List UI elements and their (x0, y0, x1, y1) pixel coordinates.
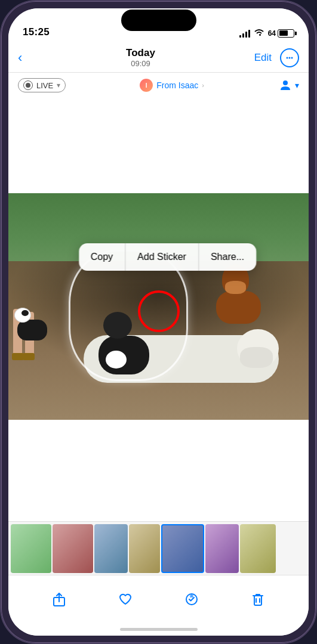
thumbnail-item[interactable] (94, 524, 128, 573)
signal-icon (239, 29, 250, 38)
svg-point-0 (287, 57, 288, 58)
from-label: From Isaac (156, 80, 198, 90)
phone-screen: 15:25 64 (8, 8, 309, 636)
thumbnail-strip (8, 521, 309, 575)
nav-center: Today 09:09 (27, 47, 254, 68)
edit-button[interactable]: Edit (254, 52, 272, 64)
nav-right: Edit (254, 48, 299, 67)
thumbnail-item[interactable] (11, 524, 51, 573)
svg-point-1 (289, 57, 291, 58)
nav-bar: ‹ Today 09:09 Edit (8, 43, 309, 73)
thumbnail-item[interactable] (53, 524, 93, 573)
back-button[interactable]: ‹ (18, 48, 27, 68)
more-button[interactable] (280, 48, 299, 67)
dynamic-island (121, 10, 196, 31)
thumbnail-item-selected[interactable] (161, 524, 204, 573)
status-icons: 64 (239, 28, 294, 38)
share-button[interactable]: Share... (199, 243, 256, 271)
photo-whitespace-top (8, 98, 309, 193)
photo-area: Copy Add Sticker Share... (8, 98, 309, 521)
bottom-toolbar (8, 575, 309, 623)
favorite-button[interactable] (112, 586, 139, 612)
home-bar (120, 628, 198, 631)
phone-frame: 15:25 64 (0, 0, 317, 644)
svg-point-2 (291, 57, 293, 58)
share-button[interactable] (46, 586, 72, 612)
person-button[interactable]: ▾ (278, 78, 299, 92)
live-badge[interactable]: LIVE ▾ (18, 78, 66, 92)
photo-whitespace-bottom (8, 420, 309, 521)
dog-photo: Copy Add Sticker Share... (8, 193, 309, 420)
battery-percent: 64 (268, 29, 276, 38)
svg-point-3 (283, 80, 288, 85)
live-chevron-icon: ▾ (57, 81, 60, 89)
svg-rect-7 (254, 596, 261, 605)
delete-button[interactable] (245, 586, 271, 612)
nav-subtitle: 09:09 (27, 59, 254, 68)
battery-icon: 64 (268, 29, 294, 38)
dog1 (14, 305, 56, 340)
red-circle-annotation (138, 290, 180, 332)
thumbnail-item[interactable] (205, 524, 239, 573)
live-label: LIVE (36, 81, 53, 90)
meta-bar: LIVE ▾ I From Isaac › ▾ (8, 73, 309, 98)
status-time: 15:25 (23, 26, 50, 38)
wifi-icon (254, 28, 264, 38)
photo-main[interactable]: Copy Add Sticker Share... (8, 193, 309, 420)
clean-up-button[interactable] (178, 586, 205, 612)
avatar: I (140, 79, 153, 92)
home-indicator (8, 623, 309, 636)
thumbnail-item[interactable] (129, 524, 160, 573)
thumbnail-item[interactable] (240, 524, 276, 573)
nav-title: Today (27, 47, 254, 59)
add-sticker-button[interactable]: Add Sticker (125, 243, 199, 271)
context-menu: Copy Add Sticker Share... (79, 243, 256, 271)
chevron-right-icon: › (202, 82, 204, 89)
person-chevron-icon: ▾ (295, 80, 299, 90)
from-section[interactable]: I From Isaac › (140, 79, 204, 92)
copy-button[interactable]: Copy (79, 243, 125, 271)
live-dot-icon (23, 80, 33, 90)
